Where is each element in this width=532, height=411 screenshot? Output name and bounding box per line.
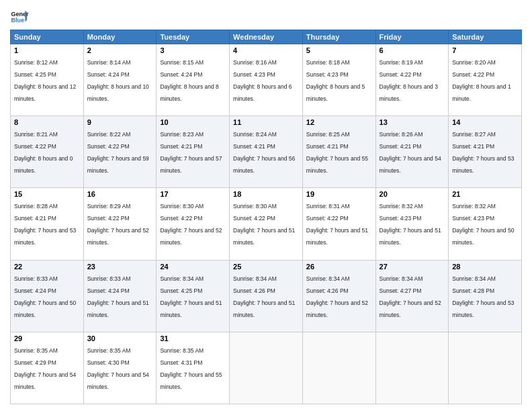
day-number: 29 [14, 334, 80, 342]
day-number: 20 [380, 190, 445, 198]
calendar-cell: 1 Sunrise: 8:12 AMSunset: 4:25 PMDayligh… [11, 44, 84, 116]
weekday-header-sunday: Sunday [11, 30, 84, 44]
day-number: 21 [452, 190, 518, 198]
day-info: Sunrise: 8:34 AMSunset: 4:26 PMDaylight:… [233, 275, 295, 318]
day-info: Sunrise: 8:18 AMSunset: 4:23 PMDaylight:… [306, 59, 365, 102]
day-number: 7 [452, 46, 518, 54]
calendar-cell: 12 Sunrise: 8:25 AMSunset: 4:21 PMDaylig… [302, 116, 375, 188]
weekday-header-monday: Monday [83, 30, 157, 44]
day-info: Sunrise: 8:15 AMSunset: 4:24 PMDaylight:… [160, 59, 218, 102]
day-number: 9 [87, 118, 153, 126]
calendar-cell: 21 Sunrise: 8:32 AMSunset: 4:23 PMDaylig… [449, 188, 522, 260]
calendar-cell: 22 Sunrise: 8:33 AMSunset: 4:24 PMDaylig… [11, 260, 84, 332]
logo: General Blue [10, 7, 29, 26]
calendar-cell: 9 Sunrise: 8:22 AMSunset: 4:22 PMDayligh… [83, 116, 157, 188]
calendar-cell: 14 Sunrise: 8:27 AMSunset: 4:21 PMDaylig… [449, 116, 522, 188]
day-number: 4 [233, 46, 299, 54]
day-info: Sunrise: 8:34 AMSunset: 4:25 PMDaylight:… [160, 275, 222, 318]
day-number: 25 [233, 263, 299, 271]
day-info: Sunrise: 8:16 AMSunset: 4:23 PMDaylight:… [233, 59, 292, 102]
calendar-cell: 6 Sunrise: 8:19 AMSunset: 4:22 PMDayligh… [375, 44, 449, 116]
day-info: Sunrise: 8:24 AMSunset: 4:21 PMDaylight:… [233, 131, 295, 174]
day-info: Sunrise: 8:31 AMSunset: 4:22 PMDaylight:… [306, 203, 368, 246]
calendar-cell [449, 332, 522, 404]
calendar-cell: 19 Sunrise: 8:31 AMSunset: 4:22 PMDaylig… [302, 188, 375, 260]
day-number: 12 [306, 118, 372, 126]
calendar-cell: 28 Sunrise: 8:34 AMSunset: 4:28 PMDaylig… [449, 260, 522, 332]
day-info: Sunrise: 8:19 AMSunset: 4:22 PMDaylight:… [380, 59, 438, 102]
day-number: 3 [160, 46, 226, 54]
weekday-header-thursday: Thursday [302, 30, 375, 44]
day-number: 26 [306, 263, 372, 271]
day-info: Sunrise: 8:33 AMSunset: 4:24 PMDaylight:… [14, 275, 76, 318]
day-info: Sunrise: 8:34 AMSunset: 4:27 PMDaylight:… [380, 275, 441, 318]
day-number: 23 [87, 263, 153, 271]
calendar-cell: 30 Sunrise: 8:35 AMSunset: 4:30 PMDaylig… [83, 332, 157, 404]
calendar-cell: 16 Sunrise: 8:29 AMSunset: 4:22 PMDaylig… [83, 188, 157, 260]
day-number: 28 [452, 263, 518, 271]
calendar-cell: 25 Sunrise: 8:34 AMSunset: 4:26 PMDaylig… [230, 260, 303, 332]
weekday-header-saturday: Saturday [449, 30, 522, 44]
day-info: Sunrise: 8:35 AMSunset: 4:31 PMDaylight:… [160, 347, 222, 390]
calendar-cell: 20 Sunrise: 8:32 AMSunset: 4:23 PMDaylig… [375, 188, 449, 260]
weekday-header-wednesday: Wednesday [230, 30, 303, 44]
calendar-table: SundayMondayTuesdayWednesdayThursdayFrid… [10, 30, 522, 404]
calendar-cell: 24 Sunrise: 8:34 AMSunset: 4:25 PMDaylig… [157, 260, 230, 332]
calendar-cell [375, 332, 449, 404]
day-info: Sunrise: 8:34 AMSunset: 4:28 PMDaylight:… [452, 275, 514, 318]
day-info: Sunrise: 8:30 AMSunset: 4:22 PMDaylight:… [160, 203, 222, 246]
day-number: 6 [380, 46, 445, 54]
day-number: 17 [160, 190, 226, 198]
day-number: 22 [14, 263, 80, 271]
calendar-cell [230, 332, 303, 404]
day-info: Sunrise: 8:30 AMSunset: 4:22 PMDaylight:… [233, 203, 295, 246]
day-info: Sunrise: 8:25 AMSunset: 4:21 PMDaylight:… [306, 131, 368, 174]
day-number: 10 [160, 118, 226, 126]
day-info: Sunrise: 8:29 AMSunset: 4:22 PMDaylight:… [87, 203, 149, 246]
day-info: Sunrise: 8:27 AMSunset: 4:21 PMDaylight:… [452, 131, 514, 174]
page-header: General Blue [10, 7, 522, 26]
calendar-cell: 7 Sunrise: 8:20 AMSunset: 4:22 PMDayligh… [449, 44, 522, 116]
day-number: 5 [306, 46, 372, 54]
calendar-cell: 18 Sunrise: 8:30 AMSunset: 4:22 PMDaylig… [230, 188, 303, 260]
day-number: 15 [14, 190, 80, 198]
svg-text:Blue: Blue [11, 17, 24, 24]
day-info: Sunrise: 8:33 AMSunset: 4:24 PMDaylight:… [87, 275, 149, 318]
day-info: Sunrise: 8:26 AMSunset: 4:21 PMDaylight:… [380, 131, 441, 174]
day-info: Sunrise: 8:12 AMSunset: 4:25 PMDaylight:… [14, 59, 76, 102]
weekday-header-tuesday: Tuesday [157, 30, 230, 44]
day-number: 31 [160, 334, 226, 342]
day-info: Sunrise: 8:23 AMSunset: 4:21 PMDaylight:… [160, 131, 222, 174]
day-info: Sunrise: 8:35 AMSunset: 4:29 PMDaylight:… [14, 347, 76, 390]
day-info: Sunrise: 8:14 AMSunset: 4:24 PMDaylight:… [87, 59, 149, 102]
day-info: Sunrise: 8:21 AMSunset: 4:22 PMDaylight:… [14, 131, 73, 174]
day-number: 16 [87, 190, 153, 198]
day-number: 18 [233, 190, 299, 198]
day-number: 19 [306, 190, 372, 198]
day-number: 13 [380, 118, 445, 126]
day-number: 24 [160, 263, 226, 271]
day-info: Sunrise: 8:32 AMSunset: 4:23 PMDaylight:… [380, 203, 441, 246]
day-number: 2 [87, 46, 153, 54]
calendar-cell: 2 Sunrise: 8:14 AMSunset: 4:24 PMDayligh… [83, 44, 157, 116]
day-info: Sunrise: 8:32 AMSunset: 4:23 PMDaylight:… [452, 203, 514, 246]
day-number: 8 [14, 118, 80, 126]
day-number: 11 [233, 118, 299, 126]
calendar-cell: 5 Sunrise: 8:18 AMSunset: 4:23 PMDayligh… [302, 44, 375, 116]
day-number: 1 [14, 46, 80, 54]
calendar-cell: 11 Sunrise: 8:24 AMSunset: 4:21 PMDaylig… [230, 116, 303, 188]
logo-icon: General Blue [10, 7, 29, 26]
calendar-cell: 4 Sunrise: 8:16 AMSunset: 4:23 PMDayligh… [230, 44, 303, 116]
day-number: 30 [87, 334, 153, 342]
day-info: Sunrise: 8:22 AMSunset: 4:22 PMDaylight:… [87, 131, 149, 174]
calendar-cell: 17 Sunrise: 8:30 AMSunset: 4:22 PMDaylig… [157, 188, 230, 260]
calendar-cell: 23 Sunrise: 8:33 AMSunset: 4:24 PMDaylig… [83, 260, 157, 332]
calendar-cell: 8 Sunrise: 8:21 AMSunset: 4:22 PMDayligh… [11, 116, 84, 188]
day-info: Sunrise: 8:34 AMSunset: 4:26 PMDaylight:… [306, 275, 368, 318]
calendar-cell [302, 332, 375, 404]
weekday-header-friday: Friday [375, 30, 449, 44]
calendar-cell: 15 Sunrise: 8:28 AMSunset: 4:21 PMDaylig… [11, 188, 84, 260]
calendar-cell: 13 Sunrise: 8:26 AMSunset: 4:21 PMDaylig… [375, 116, 449, 188]
calendar-cell: 27 Sunrise: 8:34 AMSunset: 4:27 PMDaylig… [375, 260, 449, 332]
day-info: Sunrise: 8:28 AMSunset: 4:21 PMDaylight:… [14, 203, 76, 246]
